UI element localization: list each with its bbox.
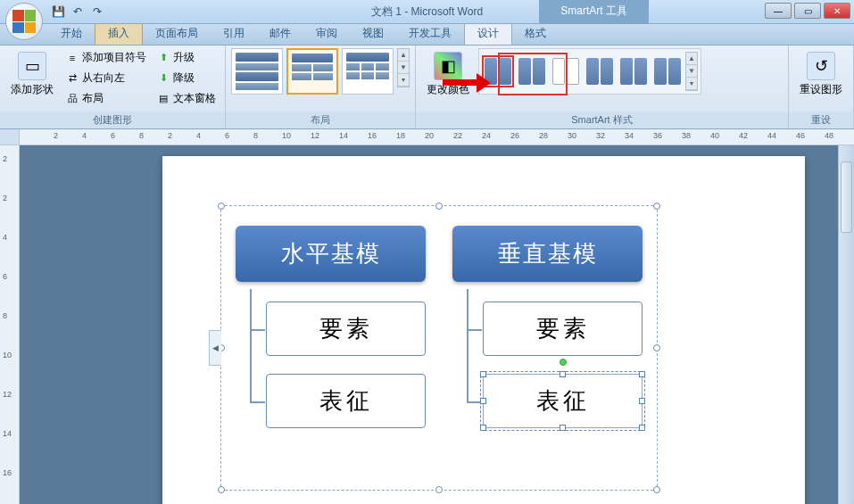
close-button[interactable]: ✕	[824, 3, 850, 19]
tab-design[interactable]: 设计	[464, 21, 512, 45]
document-canvas[interactable]: ◀ 水平基模 要素 表征 垂直基模 要素 表	[20, 145, 838, 504]
quick-access-toolbar: 💾 ↶ ↷	[50, 4, 105, 20]
window-controls: — ▭ ✕	[765, 3, 850, 19]
resize-handle-tl[interactable]	[218, 202, 225, 210]
tab-page-layout[interactable]: 页面布局	[143, 22, 211, 45]
resize-handle-r[interactable]	[653, 344, 660, 351]
sel-handle[interactable]	[560, 425, 566, 431]
layout-icon: 品	[66, 93, 79, 105]
minimize-button[interactable]: —	[765, 3, 792, 19]
add-shape-button[interactable]: ▭ 添加形状	[5, 48, 59, 101]
resize-handle-br[interactable]	[653, 486, 660, 493]
style-option-5[interactable]	[618, 55, 650, 87]
demote-icon: ⬇	[157, 72, 170, 85]
sel-handle[interactable]	[639, 371, 645, 377]
add-shape-icon: ▭	[18, 52, 46, 80]
annotation-arrow	[443, 73, 491, 93]
tab-review[interactable]: 审阅	[303, 22, 350, 45]
tab-references[interactable]: 引用	[211, 22, 257, 45]
layout-option-1[interactable]	[231, 48, 283, 95]
office-button[interactable]	[5, 3, 43, 40]
ribbon: ▭ 添加形状 ≡添加项目符号 ⇄从右向左 品布局 ⬆升级 ⬇降级 ▤文本窗格 创…	[0, 45, 854, 129]
resize-handle-t[interactable]	[435, 202, 443, 210]
scroll-down-icon[interactable]: ▼	[686, 65, 697, 78]
smartart-frame[interactable]: ◀ 水平基模 要素 表征 垂直基模 要素 表	[220, 205, 658, 491]
scroll-more-icon[interactable]: ▾	[398, 74, 409, 87]
style-option-4[interactable]	[584, 55, 616, 87]
reset-graphic-button[interactable]: ↺ 重设图形	[794, 48, 848, 101]
group-label-layouts: 布局	[226, 112, 415, 128]
smartart-node-1-1[interactable]: 要素	[266, 302, 426, 356]
style-gallery-scroll[interactable]: ▲▼▾	[685, 52, 698, 91]
tab-format[interactable]: 格式	[512, 22, 559, 45]
tab-developer[interactable]: 开发工具	[396, 22, 464, 45]
sel-handle[interactable]	[560, 371, 566, 377]
rotate-handle[interactable]	[560, 359, 567, 366]
resize-handle-bl[interactable]	[218, 486, 225, 493]
smartart-node-top-1[interactable]: 水平基模	[236, 226, 426, 282]
window-title: 文档 1 - Microsoft Word	[371, 4, 483, 20]
style-option-2[interactable]	[516, 55, 548, 87]
workspace: 2246810121416 ◀ 水平基模 要素 表征	[0, 145, 854, 504]
resize-handle-tr[interactable]	[653, 202, 660, 210]
vertical-scrollbar[interactable]	[838, 145, 854, 504]
add-bullet-button[interactable]: ≡添加项目符号	[62, 48, 150, 67]
bullet-icon: ≡	[66, 52, 79, 64]
smartart-node-2-1[interactable]: 要素	[483, 302, 643, 356]
promote-icon: ⬆	[157, 52, 170, 64]
group-label-create: 创建图形	[0, 112, 225, 128]
smartart-graphic: 水平基模 要素 表征 垂直基模 要素 表征	[221, 206, 657, 490]
demote-button[interactable]: ⬇降级	[153, 69, 220, 87]
horizontal-ruler[interactable]: 2468246810121416182022242628303234363840…	[0, 129, 854, 145]
scroll-down-icon[interactable]: ▼	[398, 62, 409, 74]
undo-icon[interactable]: ↶	[70, 4, 86, 20]
ruler-corner	[0, 129, 20, 145]
style-option-6[interactable]	[651, 55, 684, 87]
smartart-node-1-2[interactable]: 表征	[266, 374, 426, 428]
ribbon-tabs: 开始 插入 页面布局 引用 邮件 审阅 视图 开发工具 设计 格式	[0, 24, 854, 45]
layout-option-3[interactable]	[342, 48, 394, 95]
scrollbar-thumb[interactable]	[841, 161, 852, 233]
layout-option-2[interactable]	[286, 48, 338, 95]
reset-icon: ↺	[807, 52, 835, 80]
sel-handle[interactable]	[480, 398, 486, 404]
text-pane-toggle[interactable]: ◀	[209, 330, 221, 366]
resize-handle-b[interactable]	[435, 486, 443, 493]
text-pane-icon: ▤	[157, 93, 170, 105]
group-label-reset: 重设	[789, 112, 853, 128]
sel-handle[interactable]	[480, 371, 486, 377]
layout-gallery-scroll[interactable]: ▲▼▾	[397, 48, 410, 87]
scroll-more-icon[interactable]: ▾	[686, 78, 697, 90]
sel-handle[interactable]	[639, 398, 645, 404]
group-label-styles: SmartArt 样式	[416, 112, 788, 128]
add-shape-label: 添加形状	[11, 82, 54, 97]
save-icon[interactable]: 💾	[50, 4, 66, 20]
vertical-ruler[interactable]: 2246810121416	[0, 145, 20, 504]
page: ◀ 水平基模 要素 表征 垂直基模 要素 表	[162, 156, 805, 504]
group-create-graphic: ▭ 添加形状 ≡添加项目符号 ⇄从右向左 品布局 ⬆升级 ⬇降级 ▤文本窗格 创…	[0, 45, 226, 128]
scroll-up-icon[interactable]: ▲	[398, 49, 409, 62]
tab-view[interactable]: 视图	[350, 22, 396, 45]
redo-icon[interactable]: ↷	[89, 4, 105, 20]
layout-button[interactable]: 品布局	[62, 89, 150, 108]
style-gallery: ▲▼▾	[478, 48, 701, 95]
sel-handle[interactable]	[639, 425, 645, 431]
group-reset: ↺ 重设图形 重设	[789, 45, 854, 128]
smartart-column-1: 水平基模 要素 表征	[236, 226, 426, 470]
promote-button[interactable]: ⬆升级	[153, 48, 220, 67]
rtl-icon: ⇄	[66, 72, 79, 85]
tab-insert[interactable]: 插入	[95, 21, 143, 45]
rtl-button[interactable]: ⇄从右向左	[62, 69, 150, 87]
style-option-3[interactable]	[550, 55, 582, 87]
smartart-column-2: 垂直基模 要素 表征	[452, 226, 643, 470]
scroll-up-icon[interactable]: ▲	[686, 53, 697, 65]
smartart-node-top-2[interactable]: 垂直基模	[452, 226, 643, 282]
tab-home[interactable]: 开始	[48, 22, 95, 45]
smartart-node-2-2[interactable]: 表征	[483, 374, 643, 428]
group-layouts: ▲▼▾ 布局	[226, 45, 416, 128]
text-pane-button[interactable]: ▤文本窗格	[153, 89, 220, 108]
sel-handle[interactable]	[480, 425, 486, 431]
reset-label: 重设图形	[800, 82, 842, 97]
maximize-button[interactable]: ▭	[794, 3, 821, 19]
tab-mailings[interactable]: 邮件	[257, 22, 303, 45]
